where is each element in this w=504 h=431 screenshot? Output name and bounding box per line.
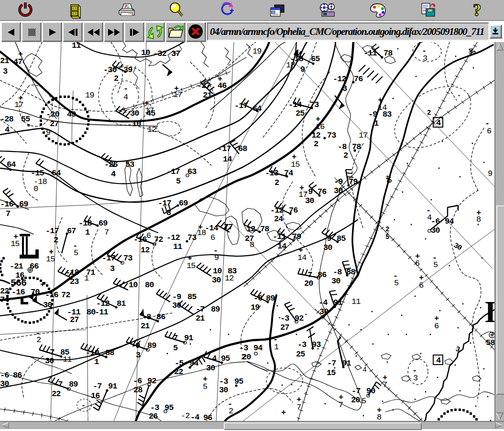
svg-text:19: 19 — [251, 303, 260, 312]
svg-text:8: 8 — [476, 215, 481, 224]
svg-text:3: 3 — [423, 54, 427, 63]
svg-text:66: 66 — [30, 262, 39, 271]
svg-text:89: 89 — [69, 380, 78, 389]
svg-text:4: 4 — [436, 356, 441, 365]
svg-text:-7: -7 — [351, 387, 361, 396]
svg-text:7: 7 — [339, 400, 343, 409]
svg-text:5: 5 — [433, 260, 438, 269]
svg-text:78: 78 — [260, 225, 269, 234]
svg-text:12: 12 — [225, 274, 233, 283]
svg-text:9: 9 — [214, 253, 219, 262]
svg-text:9: 9 — [46, 128, 51, 137]
svg-text:10: 10 — [213, 267, 222, 276]
svg-text:-5: -5 — [175, 359, 184, 368]
svg-text:86: 86 — [318, 270, 327, 280]
svg-text:19: 19 — [85, 91, 94, 100]
svg-text:27: 27 — [50, 119, 59, 129]
svg-text:30: 30 — [206, 364, 215, 373]
svg-text:6: 6 — [146, 231, 151, 240]
svg-text:17: 17 — [359, 131, 367, 140]
svg-text:16: 16 — [91, 391, 100, 400]
svg-text:5: 5 — [74, 248, 78, 258]
svg-text:19: 19 — [252, 47, 262, 56]
svg-text:78: 78 — [352, 142, 361, 151]
svg-text:85: 85 — [187, 292, 197, 302]
svg-text:17: 17 — [298, 190, 307, 199]
svg-text:-16: -16 — [11, 288, 25, 297]
svg-text:10: 10 — [129, 280, 138, 290]
svg-text:VIZA: VIZA — [428, 9, 434, 12]
svg-text:-16: -16 — [0, 200, 13, 209]
svg-text:76: 76 — [354, 75, 363, 84]
svg-text:28: 28 — [133, 386, 142, 395]
svg-text:-12: -12 — [333, 75, 346, 84]
svg-text:-7: -7 — [196, 305, 205, 314]
svg-text:14: 14 — [223, 155, 232, 164]
svg-text:30: 30 — [431, 226, 440, 235]
svg-text:3: 3 — [3, 67, 8, 76]
svg-text:2: 2 — [114, 74, 119, 83]
svg-text:7: 7 — [383, 380, 387, 389]
svg-text:21: 21 — [196, 314, 205, 323]
svg-text:6: 6 — [434, 322, 439, 331]
svg-text:0: 0 — [33, 184, 38, 194]
svg-text:37: 37 — [171, 49, 180, 58]
svg-text:83: 83 — [383, 110, 392, 119]
svg-text:6: 6 — [210, 233, 215, 242]
svg-text:30: 30 — [212, 276, 221, 285]
svg-text:+: + — [218, 75, 222, 84]
svg-text:-12: -12 — [166, 233, 180, 242]
svg-text:I: I — [484, 295, 494, 329]
svg-text:-12: -12 — [307, 131, 320, 140]
svg-text:9: 9 — [488, 169, 493, 178]
svg-text:9: 9 — [300, 65, 305, 74]
svg-text:26: 26 — [149, 412, 158, 421]
svg-text:-21: -21 — [10, 262, 23, 271]
svg-text:15: 15 — [186, 261, 196, 270]
svg-text:95: 95 — [164, 403, 174, 412]
svg-text:-14: -14 — [205, 224, 218, 233]
svg-text:-3: -3 — [219, 377, 228, 386]
svg-text:5: 5 — [362, 397, 366, 406]
svg-text:5: 5 — [394, 279, 399, 288]
svg-text:-6: -6 — [133, 377, 142, 386]
svg-text:89: 89 — [211, 305, 220, 314]
svg-text:30: 30 — [331, 277, 340, 286]
svg-text:86: 86 — [13, 371, 22, 380]
svg-text:6: 6 — [419, 281, 424, 290]
svg-text:27: 27 — [70, 315, 79, 324]
svg-text:25: 25 — [296, 109, 305, 118]
svg-text:14: 14 — [297, 253, 307, 262]
svg-text:30: 30 — [0, 379, 9, 388]
svg-text:5: 5 — [203, 382, 208, 391]
svg-text:6: 6 — [487, 127, 492, 136]
svg-text:72: 72 — [61, 291, 70, 300]
svg-text:23: 23 — [70, 277, 79, 286]
svg-text:94: 94 — [445, 217, 454, 226]
svg-text:1: 1 — [94, 357, 99, 366]
svg-text:-16: -16 — [133, 235, 147, 244]
svg-text:47: 47 — [13, 57, 22, 66]
svg-text:11: 11 — [173, 242, 182, 251]
svg-text:91: 91 — [108, 382, 117, 391]
svg-text:-15: -15 — [31, 169, 44, 178]
svg-text:-20: -20 — [46, 110, 59, 119]
svg-text:-28: -28 — [0, 115, 13, 124]
svg-text:17: 17 — [14, 100, 23, 109]
svg-text:-3: -3 — [280, 314, 289, 323]
svg-text:22: 22 — [52, 389, 61, 399]
svg-text:-3: -3 — [239, 344, 248, 353]
svg-text:-17: -17 — [45, 226, 59, 236]
svg-text:4: 4 — [123, 93, 128, 102]
svg-text:4: 4 — [436, 119, 441, 128]
svg-text:8: 8 — [250, 240, 254, 249]
svg-text:73: 73 — [187, 233, 197, 242]
svg-text:45: 45 — [146, 109, 155, 118]
svg-text:3: 3 — [342, 84, 347, 93]
svg-text:3: 3 — [136, 351, 141, 360]
svg-text:11: 11 — [351, 297, 361, 306]
svg-text:-11: -11 — [95, 308, 108, 317]
svg-text:10: 10 — [132, 119, 141, 129]
svg-text:14: 14 — [277, 242, 286, 251]
svg-text:-9: -9 — [368, 110, 377, 119]
